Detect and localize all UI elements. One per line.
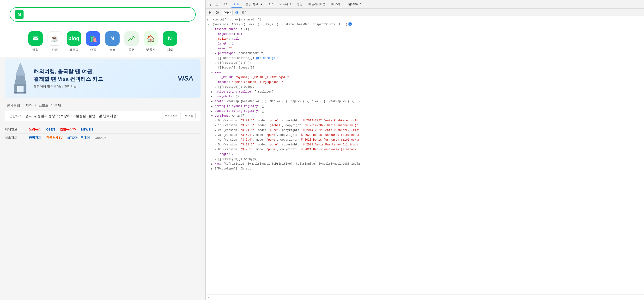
line-text-0: window['__core-js_shared__'] (211, 18, 261, 22)
blog-icon: blog (67, 31, 81, 46)
search-input[interactable] (26, 12, 190, 17)
svg-marker-10 (209, 11, 211, 14)
media-logo-1-2[interactable]: MTO머니투데이 (68, 136, 90, 140)
arrow-v2[interactable] (215, 128, 218, 132)
arrow-versions[interactable] (211, 114, 215, 118)
arrow-v1[interactable] (215, 123, 218, 128)
nav-icon-realestate[interactable]: 🏠 부동산 (144, 31, 158, 52)
arrow-proto2[interactable] (215, 61, 218, 65)
tab-sep-0: / (22, 102, 24, 109)
tab-console[interactable]: 콘솔 (232, 1, 242, 8)
ticker-headline[interactable]: 정부, '위성발사 정당' 北주장에 "어불성설...불법도발 단호대응" (25, 114, 159, 118)
arrow-scopes[interactable] (215, 66, 218, 70)
realestate-icon: 🏠 (144, 31, 158, 46)
cafe-icon: ☕ (48, 31, 62, 46)
tab-memory[interactable]: 메모리 (329, 1, 342, 8)
tab-lighthouse[interactable]: Lighthous (343, 1, 364, 8)
context-selector[interactable]: top ▼ (222, 10, 233, 15)
func-location-link[interactable]: gfp-core.js:1 (256, 56, 278, 60)
arrow-state[interactable] (211, 99, 215, 104)
arrow-keys[interactable] (211, 70, 215, 75)
tab-network[interactable]: 네트워크 (277, 1, 294, 8)
news-tab-2[interactable]: 스포츠 (36, 102, 50, 109)
console-line-v2: 2: {version: '3.21.1', mode: 'pure', cop… (206, 128, 644, 133)
media-logo-1-3[interactable]: Chosun (94, 136, 106, 140)
console-line-v0: 0: {version: '3.21.1', mode: 'pure', cop… (206, 118, 644, 123)
tab-performance[interactable]: 성능 (294, 1, 305, 8)
nav-icon-mail[interactable]: 메일 (28, 31, 43, 52)
newsstand-button[interactable]: 뉴스스탠드 (162, 113, 181, 119)
arrow-objproto[interactable] (211, 167, 215, 171)
news-tab-3[interactable]: 경제 (52, 102, 63, 109)
naver-logo: N (15, 10, 24, 19)
arrow-stsr[interactable] (211, 104, 215, 108)
media-logo-0-1[interactable]: OSEN (46, 128, 55, 131)
console-line-stsr: string-to-symbol-registry: {} (206, 104, 644, 109)
nav-icon-blog[interactable]: blog 블로그 (67, 31, 81, 52)
eye-icon[interactable] (234, 10, 240, 15)
arrow-vproto[interactable] (215, 157, 218, 161)
console-line-proto3: [[Prototype]]: Object (206, 85, 644, 89)
nav-icon-map[interactable]: N 지도 (163, 31, 177, 52)
arrow-inspect[interactable] (211, 27, 215, 32)
arrow-0[interactable] (208, 18, 211, 22)
tab-sep-1: / (34, 102, 36, 109)
tab-sources[interactable]: 소스 (266, 1, 276, 8)
news-tab-1[interactable]: 엔터 (24, 102, 34, 109)
map-label: 지도 (167, 48, 173, 52)
media-logo-0-3[interactable]: NEWSIS (81, 128, 93, 131)
console-line-v1: 1: {version: '3.23.3', mode: 'global', c… (206, 123, 644, 128)
console-line-ops: op-symbols: {} (206, 94, 644, 99)
news-label: 뉴스 (109, 48, 116, 52)
arrow-proto1[interactable] (215, 51, 218, 56)
nav-icon-stock[interactable]: 증권 (124, 31, 139, 52)
arrow-1[interactable] (208, 22, 211, 27)
media-row-1: 서울경제 한국경제 한국경제TV MTO머니투데이 Chosun (5, 134, 200, 142)
left-panel: N 메일 ☕ 카페 blog 블로그 🛍️ 쇼핑 (0, 0, 205, 300)
newshome-button[interactable]: 뉴스홈 (183, 113, 196, 119)
cursor-icon[interactable] (208, 2, 213, 7)
tab-performance-insights[interactable]: 성능 통계 ▲ (243, 1, 264, 8)
media-logo-1-0[interactable]: 한국경제 (29, 136, 41, 140)
tab-sep-2: / (50, 102, 52, 109)
arrow-v0[interactable] (215, 119, 218, 123)
prompt-arrow-icon: › (208, 296, 209, 299)
media-logo-0-0[interactable]: 노컷뉴스 (29, 127, 41, 132)
arrow-v5[interactable] (215, 143, 218, 147)
banner[interactable]: 해외여행, 출국할 땐 여권, 결제할 땐 Visa 컨택리스 카드 해외여행 … (5, 59, 200, 98)
console-line-vlen: length: 7 (206, 152, 644, 157)
arrow-v6[interactable] (215, 147, 218, 152)
arrow-ops[interactable] (211, 95, 215, 99)
nav-icon-shop[interactable]: 🛍️ 쇼핑 (86, 31, 100, 52)
realestate-label: 부동산 (146, 48, 155, 52)
console-input[interactable] (211, 296, 642, 299)
nav-icon-cafe[interactable]: ☕ 카페 (48, 31, 62, 52)
device-icon[interactable] (214, 2, 219, 7)
mail-icon (28, 31, 43, 46)
tab-elements[interactable]: 요소 (220, 1, 230, 8)
nav-icon-news[interactable]: N 뉴스 (105, 31, 120, 52)
arrow-wks[interactable] (211, 162, 215, 166)
console-line-versions: versions: Array(7) (206, 113, 644, 118)
console-line-state: state: WeakMap {WeakMap => {…}, Map => {… (206, 99, 644, 104)
svg-marker-1 (16, 63, 25, 75)
news-tab-0[interactable]: 론사편집 (5, 102, 22, 109)
arrow-nsr[interactable] (211, 90, 215, 94)
arrow-proto3[interactable] (215, 85, 218, 89)
run-icon[interactable] (208, 10, 213, 15)
console-line-wks: wks: {toPrimitive: Symbol(Symbol.toPrimi… (206, 162, 644, 166)
arrow-v4[interactable] (215, 138, 218, 142)
arrow-v3[interactable] (215, 133, 218, 137)
tab-application[interactable]: 애플리케이션 (306, 1, 328, 8)
arrow-stsr2[interactable] (211, 109, 215, 113)
blog-label: 블로그 (69, 48, 78, 52)
ban-icon[interactable] (215, 10, 220, 15)
stock-icon (124, 31, 139, 46)
svg-marker-3 (14, 76, 26, 84)
media-logo-0-2[interactable]: 연합뉴스TV (60, 127, 76, 132)
console-line-hidden: hidden: "Symbol(hidden)_1.vj8qxh4ae3l" (206, 80, 644, 85)
media-logo-1-1[interactable]: 한국경제TV (46, 136, 63, 140)
filter-input[interactable] (250, 11, 642, 14)
shop-icon: 🛍️ (86, 31, 100, 46)
console-line-0: window['__core-js_shared__'] (206, 17, 644, 22)
